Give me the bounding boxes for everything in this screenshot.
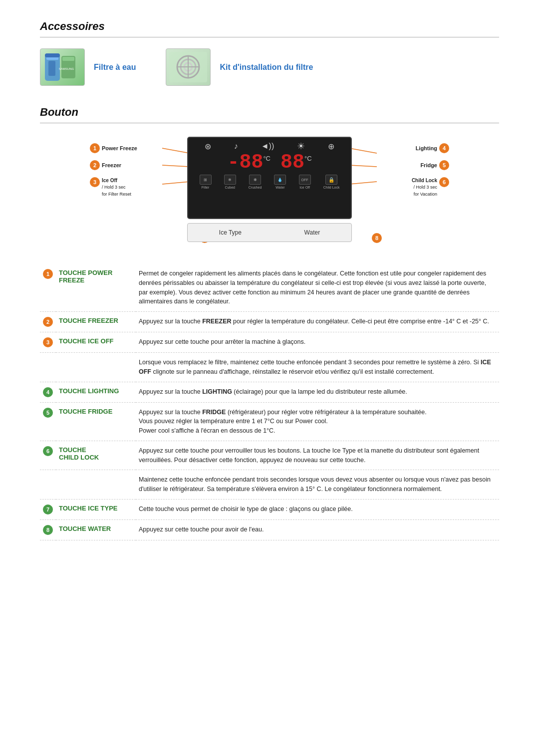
desc-num-6: 6 <box>40 441 56 470</box>
svg-line-14 <box>162 165 190 167</box>
icon-sun: ☀ <box>297 141 305 152</box>
svg-line-13 <box>162 148 190 153</box>
desc-text-6b: Maintenez cette touche enfoncée pendant … <box>136 470 499 500</box>
bottom-panel: Ice Type Water <box>187 223 352 242</box>
desc-row-7: 7 TOUCHE ICE TYPE Cette touche vous perm… <box>40 499 499 519</box>
desc-empty-title-3b <box>56 353 136 382</box>
fridge-value: 88 <box>280 153 304 173</box>
icon-music: ♪ <box>234 142 238 151</box>
desc-text-3a: Appuyez sur cette touche pour arrêter la… <box>136 332 499 353</box>
svg-rect-5 <box>62 57 74 61</box>
svg-line-16 <box>349 148 377 153</box>
desc-text-8: Appuyez sur cette touche pour avoir de l… <box>136 519 499 540</box>
desc-title-1: TOUCHE POWERFREEZE <box>56 264 136 312</box>
kit-image <box>166 48 211 86</box>
bouton-title: Bouton <box>40 106 499 119</box>
desc-text-1: Permet de congeler rapidement les alimen… <box>136 264 499 312</box>
desc-row-2: 2 TOUCHE FREEZER Appuyez sur la touche F… <box>40 312 499 332</box>
desc-num-4: 4 <box>40 382 56 402</box>
num-4: 4 <box>439 143 449 153</box>
label-freezer: Freezer <box>102 162 121 168</box>
num-6: 6 <box>439 177 449 187</box>
desc-num-1: 1 <box>40 264 56 312</box>
label-3: 3 Ice Off/ Hold 3 secfor Filter Reset <box>90 177 131 197</box>
label-ice-off: Ice Off/ Hold 3 secfor Filter Reset <box>102 177 131 197</box>
label-child-lock: Child Lock/ Hold 3 secfor Vacation <box>412 177 437 197</box>
label-4: Lighting 4 <box>416 143 449 153</box>
btn-filter: ⊞ Filter <box>200 175 212 189</box>
desc-row-3b: Lorsque vous remplacez le filtre, mainte… <box>40 353 499 382</box>
kit-label: Kit d'installation du filtre <box>220 63 313 72</box>
ice-type-btn: Ice Type <box>219 229 242 236</box>
desc-title-3: TOUCHE ICE OFF <box>56 332 136 353</box>
fridge-unit: °C <box>304 155 312 162</box>
desc-empty-6b <box>40 470 56 500</box>
desc-title-2: TOUCHE FREEZER <box>56 312 136 332</box>
label-1: 1 Power Freeze <box>90 143 137 153</box>
desc-num-8: 8 <box>40 519 56 540</box>
button-diagram: 1 Power Freeze 2 Freezer 3 <box>40 134 499 249</box>
icon-sound: ◄)) <box>261 142 274 151</box>
svg-rect-3 <box>48 61 55 76</box>
desc-row-1: 1 TOUCHE POWERFREEZE Permet de congeler … <box>40 264 499 312</box>
btn-water: 💧 Water <box>274 175 286 189</box>
num-5: 5 <box>439 160 449 170</box>
desc-text-5: Appuyez sur la touche FRIDGE (réfrigérat… <box>136 402 499 441</box>
desc-num-5: 5 <box>40 402 56 441</box>
filter-label: Filtre à eau <box>94 63 136 72</box>
desc-row-6b: Maintenez cette touche enfoncée pendant … <box>40 470 499 500</box>
num-1: 1 <box>90 143 100 153</box>
desc-text-7: Cette touche vous permet de choisir le t… <box>136 499 499 519</box>
desc-text-6a: Appuyez sur cette touche pour verrouille… <box>136 441 499 470</box>
descriptions-table: 1 TOUCHE POWERFREEZE Permet de congeler … <box>40 264 499 540</box>
accessories-row: SAMSUNG Filtre à eau Kit d'installation … <box>40 48 499 86</box>
desc-title-5: TOUCHE FRIDGE <box>56 402 136 441</box>
svg-line-17 <box>349 165 377 167</box>
num-2: 2 <box>90 160 100 170</box>
control-panel: ⊛ ♪ ◄)) ☀ ⊕ -88 °C 88 °C <box>187 137 352 219</box>
freezer-unit: °C <box>263 155 270 162</box>
svg-rect-2 <box>45 53 60 57</box>
desc-title-7: TOUCHE ICE TYPE <box>56 499 136 519</box>
bouton-section: Bouton 1 Power Freeze <box>40 106 499 540</box>
desc-text-3b: Lorsque vous remplacez le filtre, mainte… <box>136 353 499 382</box>
desc-text-4: Appuyez sur la touche LIGHTING (éclairag… <box>136 382 499 402</box>
bouton-divider <box>40 123 499 123</box>
desc-row-3a: 3 TOUCHE ICE OFF Appuyez sur cette touch… <box>40 332 499 353</box>
btn-crushed: ❋ Crushed <box>249 175 262 189</box>
label-5: Fridge 5 <box>420 160 449 170</box>
desc-row-6a: 6 TOUCHECHILD LOCK Appuyez sur cette tou… <box>40 441 499 470</box>
desc-row-5: 5 TOUCHE FRIDGE Appuyez sur la touche FR… <box>40 402 499 441</box>
freezer-value: -88 <box>227 153 263 173</box>
temp-fridge: 88 °C <box>280 153 312 173</box>
desc-title-6: TOUCHECHILD LOCK <box>56 441 136 470</box>
accessories-title: Accessoires <box>40 20 499 33</box>
accessory-item-filter: SAMSUNG Filtre à eau <box>40 48 136 86</box>
desc-text-2: Appuyez sur la touche FREEZER pour régle… <box>136 312 499 332</box>
label-6: Child Lock/ Hold 3 secfor Vacation 6 <box>412 177 449 197</box>
label-fridge: Fridge <box>420 162 437 168</box>
desc-title-8: TOUCHE WATER <box>56 519 136 540</box>
water-btn: Water <box>304 229 320 236</box>
accessories-section: Accessoires SAMSUNG Filtre à eau <box>40 20 499 86</box>
desc-row-8: 8 TOUCHE WATER Appuyez sur cette touche … <box>40 519 499 540</box>
panel-icon-row: ⊛ ♪ ◄)) ☀ ⊕ <box>193 141 346 152</box>
label-8: 8 <box>372 233 382 243</box>
desc-empty-3b <box>40 353 56 382</box>
icon-lock: ⊕ <box>328 142 334 151</box>
num-3: 3 <box>90 177 100 187</box>
panel-bottom-icons: ⊞ Filter ❄ Cubed ❋ Crushed 💧 Water <box>193 175 346 189</box>
desc-num-3: 3 <box>40 332 56 353</box>
num-8: 8 <box>372 233 382 243</box>
label-lighting: Lighting <box>416 145 437 151</box>
desc-num-2: 2 <box>40 312 56 332</box>
btn-ice-off: OFF Ice Off <box>299 175 311 189</box>
btn-child-lock-panel: 🔒 Child Lock <box>323 175 340 189</box>
svg-text:SAMSUNG: SAMSUNG <box>59 67 74 70</box>
icon-gear: ⊛ <box>205 142 211 151</box>
label-power-freeze: Power Freeze <box>102 145 137 151</box>
btn-cubed: ❄ Cubed <box>224 175 236 189</box>
accessories-divider <box>40 37 499 37</box>
svg-line-15 <box>162 182 190 184</box>
filter-image: SAMSUNG <box>40 48 85 86</box>
